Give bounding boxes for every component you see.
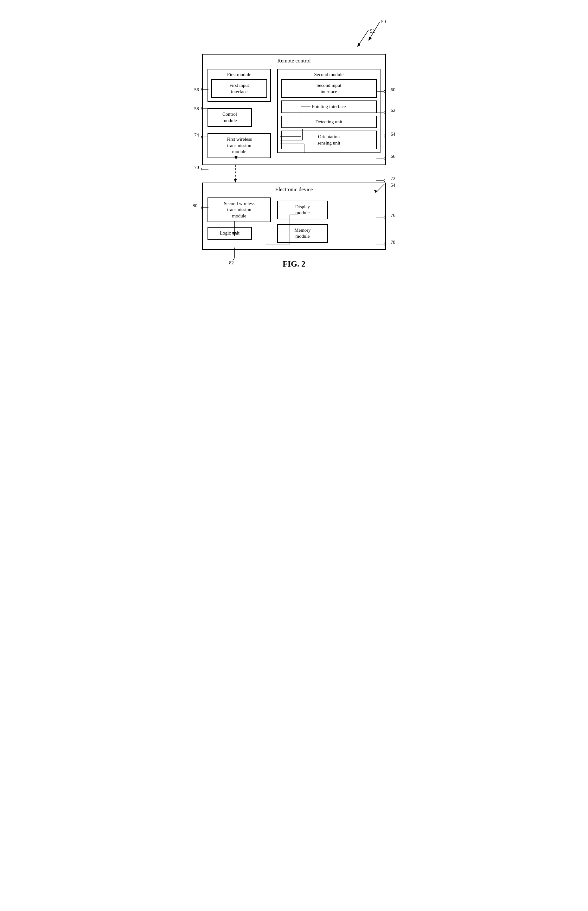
electronic-device-title: Electronic device	[207, 186, 381, 193]
svg-marker-27	[234, 179, 237, 183]
svg-line-2	[359, 30, 368, 44]
ed-left: Second wirelesstransmissionmodule Logic …	[207, 197, 271, 239]
first-input-interface-box: First inputinterface	[211, 79, 267, 98]
rc-content: First module First inputinterface Contro…	[207, 69, 381, 158]
control-module-label: Controlmodule	[222, 112, 237, 123]
ref-78: 78	[391, 239, 396, 245]
dashed-connection-svg	[234, 165, 243, 183]
second-module-label: Second module	[281, 72, 377, 77]
orientation-sensing-box: Orientationsensing unit	[281, 131, 377, 149]
ref-54: 54	[391, 183, 396, 188]
ref-72: 72	[391, 176, 396, 181]
diagram: Remote control First module First inputi…	[202, 54, 386, 250]
first-wireless-box: First wirelesstransmissionmodule	[207, 133, 271, 158]
remote-control-box: Remote control First module First inputi…	[202, 54, 386, 165]
ref-82: 82	[229, 260, 234, 265]
ref-56: 56	[194, 87, 199, 92]
second-module-box: Second module Second inputinterface Poin…	[277, 69, 381, 153]
ref-50: 50	[381, 19, 386, 24]
second-wireless-box: Second wirelesstransmissionmodule	[207, 197, 271, 223]
ed-right: Displaymodule Memorymodule	[277, 197, 381, 243]
display-module-label: Displaymodule	[295, 204, 310, 215]
second-wireless-label: Second wirelesstransmissionmodule	[224, 201, 254, 218]
bottom-connection-svg	[233, 248, 242, 259]
first-module-label: First module	[211, 72, 267, 77]
logic-unit-label: Logic unit	[220, 230, 239, 236]
first-wireless-label: First wirelesstransmissionmodule	[226, 137, 252, 154]
ref-52-arrow	[345, 29, 373, 54]
detecting-unit-label: Detecting unit	[315, 119, 342, 124]
logic-unit-box: Logic unit	[207, 227, 252, 239]
second-input-interface-box: Second inputinterface	[281, 79, 377, 98]
ref-52: 52	[370, 29, 375, 34]
ref-76: 76	[391, 213, 396, 218]
display-module-box: Displaymodule	[277, 201, 328, 219]
ref-64: 64	[391, 131, 396, 137]
ref-74: 74	[194, 133, 199, 138]
pointing-interface-label: Pointing interface	[312, 104, 346, 109]
ref-62: 62	[391, 108, 396, 113]
memory-module-label: Memorymodule	[294, 228, 311, 239]
electronic-device-wrapper: Electronic device Second wirelesstransmi…	[202, 183, 386, 250]
electronic-device-box: Electronic device Second wirelesstransmi…	[202, 183, 386, 250]
first-module-box: First module First inputinterface	[207, 69, 271, 102]
remote-control-title: Remote control	[207, 58, 381, 64]
ref-70: 70	[194, 165, 199, 170]
orientation-sensing-label: Orientationsensing unit	[317, 134, 340, 146]
remote-control-wrapper: Remote control First module First inputi…	[202, 54, 386, 165]
rc-left: First module First inputinterface Contro…	[207, 69, 271, 158]
ed-content: Second wirelesstransmissionmodule Logic …	[207, 197, 381, 243]
rc-right: Second module Second inputinterface Poin…	[277, 69, 381, 153]
pointing-interface-box: Pointing interface	[281, 100, 377, 113]
ref-66: 66	[391, 154, 396, 159]
detecting-unit-box: Detecting unit	[281, 116, 377, 128]
ref-60: 60	[391, 87, 396, 92]
first-input-interface-label: First inputinterface	[229, 83, 249, 94]
page: 50 52 Remote control First module	[183, 6, 405, 288]
svg-marker-3	[357, 43, 360, 47]
svg-marker-36	[374, 189, 377, 193]
memory-module-box: Memorymodule	[277, 224, 328, 243]
control-module-box: Controlmodule	[207, 108, 252, 127]
ref-58: 58	[194, 106, 199, 112]
ref-80: 80	[192, 203, 197, 209]
svg-line-35	[376, 184, 384, 192]
second-input-interface-label: Second inputinterface	[317, 83, 341, 94]
